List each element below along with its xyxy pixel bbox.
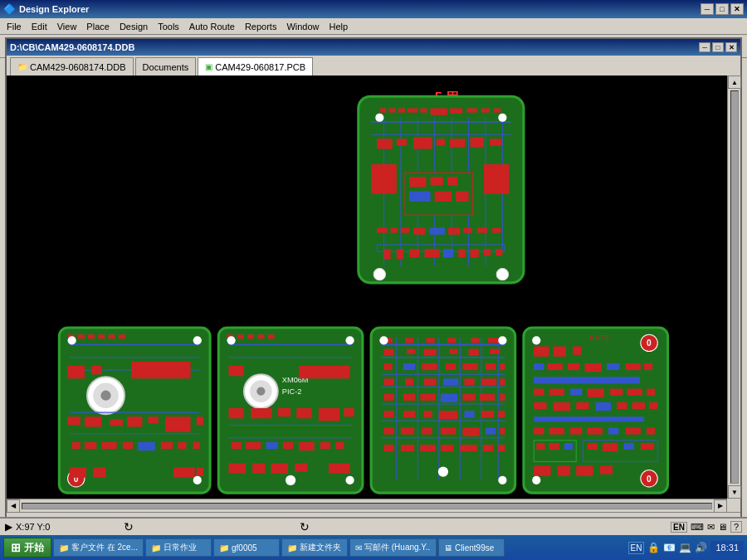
- svg-rect-166: [407, 349, 415, 354]
- tray-icon-mail: 📧: [663, 542, 676, 553]
- menu-edit[interactable]: Edit: [27, 20, 52, 33]
- system-tray: EN 🔒 📧 💻 🔊 18:31: [628, 541, 744, 554]
- svg-rect-177: [500, 363, 505, 370]
- svg-rect-101: [173, 468, 195, 478]
- svg-rect-50: [448, 228, 460, 235]
- svg-rect-5: [379, 109, 386, 113]
- svg-rect-227: [548, 363, 563, 370]
- svg-rect-188: [441, 394, 457, 402]
- svg-rect-230: [607, 363, 619, 370]
- inner-window-title: D:\CB\CAM429-0608174.DDB: [10, 42, 134, 52]
- horizontal-scrollbar[interactable]: ◀ ▶: [7, 499, 727, 512]
- taskbar-item-5[interactable]: ✉ 写邮件 (Huang.Y...: [349, 538, 437, 557]
- maximize-button[interactable]: □: [715, 3, 729, 15]
- svg-rect-195: [439, 411, 457, 419]
- menu-help[interactable]: Help: [325, 20, 354, 33]
- menu-view[interactable]: View: [52, 20, 82, 33]
- taskbar-item-2[interactable]: 📁 日常作业: [145, 538, 212, 557]
- close-button[interactable]: ✕: [730, 3, 744, 15]
- help-question[interactable]: ?: [730, 521, 742, 533]
- menu-reports[interactable]: Reports: [240, 20, 282, 33]
- menu-file[interactable]: File: [2, 20, 27, 33]
- svg-text:0: 0: [647, 475, 652, 484]
- svg-rect-171: [383, 363, 392, 370]
- svg-rect-226: [534, 363, 544, 370]
- menu-place[interactable]: Place: [81, 20, 115, 33]
- taskbar-icon-1: 📁: [59, 543, 69, 553]
- svg-rect-7: [398, 109, 405, 113]
- svg-rect-132: [283, 442, 293, 449]
- h-scroll-track[interactable]: [22, 503, 712, 509]
- svg-point-142: [345, 336, 354, 344]
- svg-rect-63: [496, 249, 502, 256]
- minimize-button[interactable]: ─: [701, 3, 714, 15]
- status-arrow: ▶: [5, 521, 12, 533]
- inner-minimize-button[interactable]: ─: [699, 42, 710, 52]
- menu-tools[interactable]: Tools: [153, 20, 184, 33]
- tab-ddb[interactable]: 📁 CAM429-0608174.DDB: [10, 57, 134, 75]
- svg-rect-39: [409, 177, 426, 187]
- svg-point-103: [68, 336, 76, 344]
- coordinates-display: X:97 Y:0: [16, 522, 82, 532]
- svg-rect-42: [409, 192, 431, 202]
- svg-text:KA73: KA73: [590, 334, 608, 342]
- svg-rect-140: [329, 463, 350, 473]
- scroll-left-button[interactable]: ◀: [7, 499, 20, 513]
- svg-rect-240: [647, 389, 655, 396]
- taskbar-item-6[interactable]: 🖥 Client99se: [438, 538, 505, 557]
- menu-window[interactable]: Window: [281, 20, 324, 33]
- svg-rect-129: [232, 442, 242, 449]
- svg-rect-95: [178, 442, 186, 449]
- inner-maximize-button[interactable]: □: [712, 42, 724, 52]
- svg-rect-263: [623, 443, 633, 450]
- svg-rect-57: [409, 249, 419, 257]
- svg-rect-70: [119, 334, 125, 338]
- svg-rect-261: [588, 443, 598, 450]
- scroll-track[interactable]: [730, 90, 739, 484]
- taskbar-item-3[interactable]: 📁 gf0005: [213, 538, 280, 557]
- svg-rect-85: [165, 416, 191, 431]
- svg-rect-232: [644, 363, 652, 370]
- taskbar-icon-3: 📁: [219, 543, 229, 553]
- menu-bar: File Edit View Place Design Tools Auto R…: [0, 18, 747, 35]
- svg-rect-224: [554, 346, 566, 356]
- menu-autoroute[interactable]: Auto Route: [184, 20, 240, 33]
- svg-rect-32: [371, 164, 397, 194]
- svg-rect-254: [625, 428, 640, 435]
- menu-design[interactable]: Design: [115, 20, 153, 33]
- svg-point-35: [496, 269, 508, 280]
- svg-rect-192: [383, 411, 393, 417]
- svg-rect-241: [534, 402, 546, 409]
- svg-rect-67: [88, 334, 95, 338]
- taskbar-item-1[interactable]: 📁 客户文件 在 2ce...: [53, 538, 144, 557]
- svg-rect-100: [93, 468, 105, 478]
- svg-rect-126: [344, 408, 354, 416]
- scroll-down-button[interactable]: ▼: [728, 485, 741, 499]
- inner-close-button[interactable]: ✕: [725, 42, 737, 52]
- svg-rect-168: [449, 349, 457, 354]
- svg-rect-185: [383, 394, 393, 401]
- svg-point-116: [256, 387, 265, 395]
- tab-pcb[interactable]: ▣ CAM429-060817.PCB: [198, 57, 313, 75]
- svg-rect-229: [584, 363, 601, 372]
- svg-rect-258: [549, 443, 559, 450]
- start-button[interactable]: ⊞ 开始: [3, 538, 51, 558]
- svg-rect-251: [570, 428, 582, 435]
- svg-point-104: [193, 336, 202, 344]
- svg-rect-249: [534, 428, 544, 435]
- svg-rect-45: [377, 228, 387, 233]
- tab-documents[interactable]: Documents: [135, 57, 197, 75]
- title-bar: 🔷 Design Explorer ─ □ ✕: [0, 0, 747, 18]
- vertical-scrollbar[interactable]: ▲ ▼: [727, 75, 740, 499]
- svg-rect-55: [383, 249, 390, 259]
- svg-rect-204: [486, 428, 496, 435]
- svg-rect-123: [278, 408, 290, 416]
- taskbar-item-4[interactable]: 📁 新建文件夹: [281, 538, 348, 557]
- scroll-up-button[interactable]: ▲: [728, 75, 741, 89]
- scroll-right-button[interactable]: ▶: [714, 499, 727, 513]
- keyboard-icon: ⌨: [691, 522, 704, 533]
- svg-rect-53: [492, 228, 500, 233]
- svg-rect-93: [138, 442, 154, 450]
- svg-rect-30: [471, 137, 484, 147]
- tray-icon-monitor: 💻: [679, 542, 691, 553]
